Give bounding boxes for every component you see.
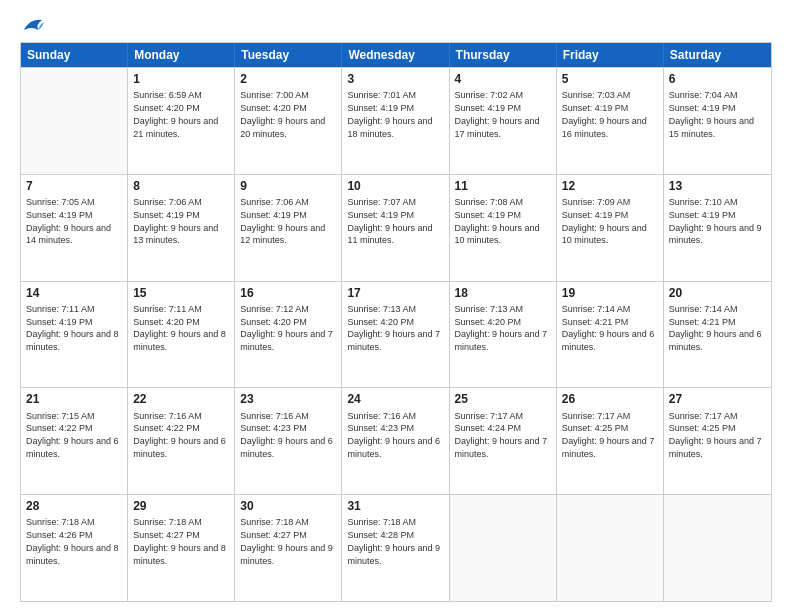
- day-number: 3: [347, 71, 443, 87]
- calendar-cell: 2Sunrise: 7:00 AMSunset: 4:20 PMDaylight…: [235, 68, 342, 174]
- calendar-cell: 29Sunrise: 7:18 AMSunset: 4:27 PMDayligh…: [128, 495, 235, 601]
- cell-info: Sunrise: 7:11 AMSunset: 4:20 PMDaylight:…: [133, 304, 226, 352]
- calendar-cell: [557, 495, 664, 601]
- calendar-cell: [664, 495, 771, 601]
- calendar-cell: 23Sunrise: 7:16 AMSunset: 4:23 PMDayligh…: [235, 388, 342, 494]
- cell-info: Sunrise: 7:18 AMSunset: 4:27 PMDaylight:…: [240, 517, 333, 565]
- cell-info: Sunrise: 7:13 AMSunset: 4:20 PMDaylight:…: [455, 304, 548, 352]
- day-number: 28: [26, 498, 122, 514]
- cell-info: Sunrise: 7:14 AMSunset: 4:21 PMDaylight:…: [562, 304, 655, 352]
- cell-info: Sunrise: 7:18 AMSunset: 4:26 PMDaylight:…: [26, 517, 119, 565]
- calendar-cell: [21, 68, 128, 174]
- cell-info: Sunrise: 7:00 AMSunset: 4:20 PMDaylight:…: [240, 90, 325, 138]
- cell-info: Sunrise: 7:10 AMSunset: 4:19 PMDaylight:…: [669, 197, 762, 245]
- calendar-cell: [450, 495, 557, 601]
- day-number: 30: [240, 498, 336, 514]
- day-number: 24: [347, 391, 443, 407]
- day-number: 15: [133, 285, 229, 301]
- calendar-cell: 10Sunrise: 7:07 AMSunset: 4:19 PMDayligh…: [342, 175, 449, 281]
- day-number: 18: [455, 285, 551, 301]
- calendar-header-day: Tuesday: [235, 43, 342, 67]
- cell-info: Sunrise: 7:17 AMSunset: 4:25 PMDaylight:…: [562, 411, 655, 459]
- calendar-cell: 6Sunrise: 7:04 AMSunset: 4:19 PMDaylight…: [664, 68, 771, 174]
- cell-info: Sunrise: 6:59 AMSunset: 4:20 PMDaylight:…: [133, 90, 218, 138]
- calendar-cell: 19Sunrise: 7:14 AMSunset: 4:21 PMDayligh…: [557, 282, 664, 388]
- day-number: 21: [26, 391, 122, 407]
- calendar-cell: 22Sunrise: 7:16 AMSunset: 4:22 PMDayligh…: [128, 388, 235, 494]
- calendar-cell: 16Sunrise: 7:12 AMSunset: 4:20 PMDayligh…: [235, 282, 342, 388]
- day-number: 27: [669, 391, 766, 407]
- day-number: 26: [562, 391, 658, 407]
- calendar-cell: 20Sunrise: 7:14 AMSunset: 4:21 PMDayligh…: [664, 282, 771, 388]
- calendar-cell: 15Sunrise: 7:11 AMSunset: 4:20 PMDayligh…: [128, 282, 235, 388]
- calendar-week-3: 14Sunrise: 7:11 AMSunset: 4:19 PMDayligh…: [21, 281, 771, 388]
- page: SundayMondayTuesdayWednesdayThursdayFrid…: [0, 0, 792, 612]
- cell-info: Sunrise: 7:02 AMSunset: 4:19 PMDaylight:…: [455, 90, 540, 138]
- day-number: 10: [347, 178, 443, 194]
- calendar-header-day: Saturday: [664, 43, 771, 67]
- calendar-week-1: 1Sunrise: 6:59 AMSunset: 4:20 PMDaylight…: [21, 67, 771, 174]
- calendar-cell: 13Sunrise: 7:10 AMSunset: 4:19 PMDayligh…: [664, 175, 771, 281]
- cell-info: Sunrise: 7:03 AMSunset: 4:19 PMDaylight:…: [562, 90, 647, 138]
- cell-info: Sunrise: 7:14 AMSunset: 4:21 PMDaylight:…: [669, 304, 762, 352]
- calendar-cell: 3Sunrise: 7:01 AMSunset: 4:19 PMDaylight…: [342, 68, 449, 174]
- day-number: 6: [669, 71, 766, 87]
- calendar-cell: 8Sunrise: 7:06 AMSunset: 4:19 PMDaylight…: [128, 175, 235, 281]
- calendar-cell: 9Sunrise: 7:06 AMSunset: 4:19 PMDaylight…: [235, 175, 342, 281]
- day-number: 31: [347, 498, 443, 514]
- calendar-cell: 4Sunrise: 7:02 AMSunset: 4:19 PMDaylight…: [450, 68, 557, 174]
- cell-info: Sunrise: 7:18 AMSunset: 4:27 PMDaylight:…: [133, 517, 226, 565]
- calendar-header-day: Friday: [557, 43, 664, 67]
- cell-info: Sunrise: 7:17 AMSunset: 4:24 PMDaylight:…: [455, 411, 548, 459]
- cell-info: Sunrise: 7:08 AMSunset: 4:19 PMDaylight:…: [455, 197, 540, 245]
- day-number: 16: [240, 285, 336, 301]
- calendar-cell: 18Sunrise: 7:13 AMSunset: 4:20 PMDayligh…: [450, 282, 557, 388]
- calendar-week-5: 28Sunrise: 7:18 AMSunset: 4:26 PMDayligh…: [21, 494, 771, 601]
- day-number: 20: [669, 285, 766, 301]
- cell-info: Sunrise: 7:18 AMSunset: 4:28 PMDaylight:…: [347, 517, 440, 565]
- day-number: 5: [562, 71, 658, 87]
- cell-info: Sunrise: 7:16 AMSunset: 4:23 PMDaylight:…: [347, 411, 440, 459]
- calendar-cell: 26Sunrise: 7:17 AMSunset: 4:25 PMDayligh…: [557, 388, 664, 494]
- cell-info: Sunrise: 7:12 AMSunset: 4:20 PMDaylight:…: [240, 304, 333, 352]
- calendar-header: SundayMondayTuesdayWednesdayThursdayFrid…: [21, 43, 771, 67]
- logo-bird-icon: [22, 16, 44, 34]
- cell-info: Sunrise: 7:04 AMSunset: 4:19 PMDaylight:…: [669, 90, 754, 138]
- day-number: 23: [240, 391, 336, 407]
- cell-info: Sunrise: 7:11 AMSunset: 4:19 PMDaylight:…: [26, 304, 119, 352]
- day-number: 9: [240, 178, 336, 194]
- day-number: 4: [455, 71, 551, 87]
- calendar-cell: 7Sunrise: 7:05 AMSunset: 4:19 PMDaylight…: [21, 175, 128, 281]
- calendar-cell: 31Sunrise: 7:18 AMSunset: 4:28 PMDayligh…: [342, 495, 449, 601]
- calendar-header-day: Sunday: [21, 43, 128, 67]
- calendar: SundayMondayTuesdayWednesdayThursdayFrid…: [20, 42, 772, 602]
- day-number: 17: [347, 285, 443, 301]
- day-number: 13: [669, 178, 766, 194]
- calendar-week-2: 7Sunrise: 7:05 AMSunset: 4:19 PMDaylight…: [21, 174, 771, 281]
- cell-info: Sunrise: 7:16 AMSunset: 4:22 PMDaylight:…: [133, 411, 226, 459]
- cell-info: Sunrise: 7:13 AMSunset: 4:20 PMDaylight:…: [347, 304, 440, 352]
- calendar-cell: 25Sunrise: 7:17 AMSunset: 4:24 PMDayligh…: [450, 388, 557, 494]
- day-number: 1: [133, 71, 229, 87]
- day-number: 14: [26, 285, 122, 301]
- calendar-week-4: 21Sunrise: 7:15 AMSunset: 4:22 PMDayligh…: [21, 387, 771, 494]
- day-number: 7: [26, 178, 122, 194]
- calendar-cell: 12Sunrise: 7:09 AMSunset: 4:19 PMDayligh…: [557, 175, 664, 281]
- day-number: 8: [133, 178, 229, 194]
- cell-info: Sunrise: 7:01 AMSunset: 4:19 PMDaylight:…: [347, 90, 432, 138]
- cell-info: Sunrise: 7:06 AMSunset: 4:19 PMDaylight:…: [240, 197, 325, 245]
- calendar-cell: 28Sunrise: 7:18 AMSunset: 4:26 PMDayligh…: [21, 495, 128, 601]
- calendar-cell: 11Sunrise: 7:08 AMSunset: 4:19 PMDayligh…: [450, 175, 557, 281]
- day-number: 2: [240, 71, 336, 87]
- day-number: 11: [455, 178, 551, 194]
- cell-info: Sunrise: 7:07 AMSunset: 4:19 PMDaylight:…: [347, 197, 432, 245]
- calendar-cell: 24Sunrise: 7:16 AMSunset: 4:23 PMDayligh…: [342, 388, 449, 494]
- cell-info: Sunrise: 7:06 AMSunset: 4:19 PMDaylight:…: [133, 197, 218, 245]
- calendar-header-day: Wednesday: [342, 43, 449, 67]
- day-number: 29: [133, 498, 229, 514]
- calendar-cell: 14Sunrise: 7:11 AMSunset: 4:19 PMDayligh…: [21, 282, 128, 388]
- calendar-cell: 30Sunrise: 7:18 AMSunset: 4:27 PMDayligh…: [235, 495, 342, 601]
- header: [20, 16, 772, 34]
- cell-info: Sunrise: 7:09 AMSunset: 4:19 PMDaylight:…: [562, 197, 647, 245]
- day-number: 12: [562, 178, 658, 194]
